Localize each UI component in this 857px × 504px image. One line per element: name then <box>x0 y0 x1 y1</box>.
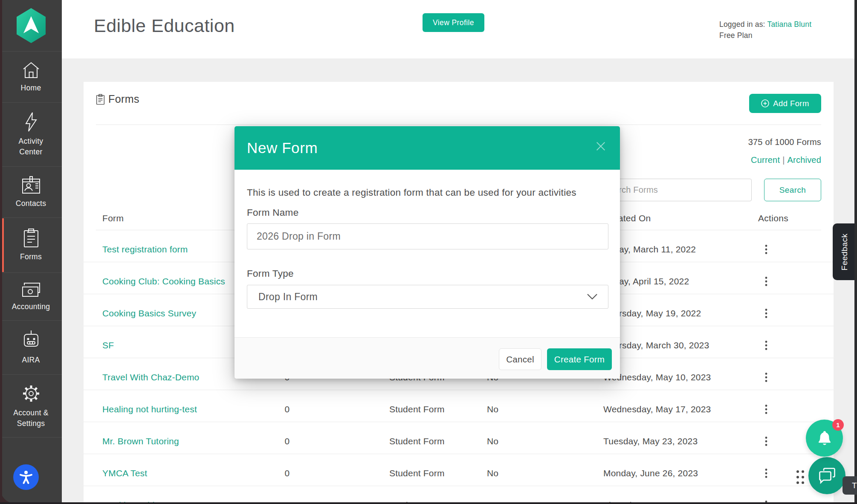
sidebar: Home Activity Center Contacts Forms <box>0 0 62 504</box>
forms-icon <box>23 228 39 248</box>
row-actions-button[interactable] <box>756 230 777 262</box>
filter-archived-link[interactable]: Archived <box>788 155 821 165</box>
plus-circle-icon <box>761 99 769 107</box>
form-type: Student Form <box>389 422 445 454</box>
sidebar-item-accounting[interactable]: Accounting <box>0 272 62 320</box>
column-header-form: Form <box>102 213 124 223</box>
logged-in-as-label: Logged in as: <box>719 20 767 29</box>
window-edge-right <box>854 0 857 504</box>
form-name-link[interactable]: YMCA Test <box>102 454 147 486</box>
chat-bubbles-icon <box>818 467 836 484</box>
kebab-menu-icon <box>765 468 767 478</box>
sidebar-item-label: Accounting <box>9 301 53 312</box>
form-type-select[interactable]: Drop In Form <box>247 285 608 309</box>
sidebar-item-account-settings[interactable]: Account & Settings <box>0 374 62 437</box>
row-actions-button[interactable] <box>756 262 777 294</box>
form-name-link[interactable]: Cooking Basics Survey <box>102 294 196 326</box>
row-actions-button[interactable] <box>756 358 777 390</box>
window-edge-left <box>0 0 2 504</box>
form-type: Student Form <box>389 390 445 422</box>
plan-label: Free Plan <box>719 30 811 41</box>
form-created-on: Wednesday, May 17, 2023 <box>603 390 711 422</box>
add-form-label: Add Form <box>773 99 809 108</box>
modal-title: New Form <box>247 139 318 156</box>
home-icon <box>22 61 41 79</box>
form-name-input[interactable] <box>247 223 608 249</box>
add-form-button[interactable]: Add Form <box>749 94 821 113</box>
form-submissions: 0 <box>267 422 307 454</box>
filter-current-link[interactable]: Current <box>751 155 780 165</box>
page-title: Edible Education <box>94 15 235 36</box>
window-edge-bottom <box>0 502 857 504</box>
row-actions-button[interactable] <box>756 486 777 504</box>
drag-handle-icon[interactable] <box>796 469 805 485</box>
cancel-button[interactable]: Cancel <box>499 348 541 370</box>
filter-separator: | <box>780 155 787 165</box>
row-actions-button[interactable] <box>756 294 777 326</box>
form-name-link[interactable]: Test registration form <box>102 230 188 262</box>
row-actions-button[interactable] <box>756 454 777 486</box>
view-profile-button[interactable]: View Profile <box>423 13 484 32</box>
sidebar-item-home[interactable]: Home <box>0 51 62 102</box>
form-archived: No <box>487 390 498 422</box>
row-actions-button[interactable] <box>756 422 777 454</box>
form-name-link[interactable]: Mr. Brown Tutoring <box>102 422 179 454</box>
accessibility-button[interactable] <box>13 464 39 490</box>
search-button[interactable]: Search <box>764 179 821 201</box>
sidebar-item-label: AIRA <box>19 355 42 365</box>
close-icon[interactable] <box>596 142 605 151</box>
login-info: Logged in as: Tatiana Blunt Free Plan <box>719 19 811 41</box>
top-header: Edible Education View Profile Logged in … <box>62 0 857 58</box>
filter-links: Current|Archived <box>751 155 821 165</box>
form-type-value: Drop In Form <box>258 291 318 303</box>
table-row: Mr. Brown Tutoring 0 Student Form No Tue… <box>84 422 834 454</box>
form-submissions: 0 <box>267 454 307 486</box>
form-name-link[interactable]: Cooking Club: Cooking Basics <box>102 262 225 294</box>
notification-badge: 1 <box>832 419 844 431</box>
form-type: Student Form <box>389 454 445 486</box>
form-name-label: Form Name <box>247 207 298 218</box>
form-created-on: Monday, June 26, 2023 <box>603 454 698 486</box>
kebab-menu-icon <box>765 276 767 287</box>
kebab-menu-icon <box>765 308 767 319</box>
form-name-link[interactable]: Travel With Chaz-Demo <box>102 358 199 390</box>
table-row: Healthy Habits Test 0 Student Form No Th… <box>84 486 834 504</box>
sidebar-item-activity-center[interactable]: Activity Center <box>0 102 62 166</box>
forms-quota: 375 of 1000 Forms <box>748 137 821 147</box>
feedback-tab[interactable]: Feedback <box>833 223 857 280</box>
form-name-link[interactable]: Healthy Habits Test <box>102 486 181 504</box>
accessibility-icon <box>18 469 34 485</box>
sidebar-item-contacts[interactable]: Contacts <box>0 166 62 217</box>
kebab-menu-icon <box>765 244 767 255</box>
sidebar-item-aira[interactable]: AIRA <box>0 320 62 374</box>
form-name-link[interactable]: Healing not hurting-test <box>102 390 197 422</box>
kebab-menu-icon <box>765 404 767 414</box>
accounting-icon <box>21 281 41 298</box>
logo-hexagon-arrow-icon <box>16 8 46 43</box>
modal-footer: Cancel Create Form <box>235 337 620 379</box>
sidebar-item-label: Contacts <box>13 198 49 209</box>
kebab-menu-icon <box>765 340 767 350</box>
row-actions-button[interactable] <box>756 326 777 358</box>
table-row: YMCA Test 0 Student Form No Monday, June… <box>84 454 834 486</box>
card-title: Forms <box>96 93 139 105</box>
divider <box>96 125 821 125</box>
chat-button[interactable] <box>808 457 845 494</box>
form-created-on: Tuesday, May 23, 2023 <box>603 422 698 454</box>
create-form-button[interactable]: Create Form <box>547 348 612 370</box>
app-logo[interactable] <box>0 0 62 51</box>
sidebar-divider <box>0 437 62 437</box>
user-name-link[interactable]: Tatiana Blunt <box>767 20 811 29</box>
notifications-button[interactable]: 1 <box>806 420 843 457</box>
clipboard-icon <box>96 94 105 105</box>
sidebar-item-label: Forms <box>17 252 44 262</box>
sidebar-item-label: Account & Settings <box>7 408 55 429</box>
form-name-link[interactable]: SF <box>102 326 114 358</box>
chevron-down-icon <box>587 293 598 300</box>
card-title-text: Forms <box>108 93 139 105</box>
chat-tooltip-partial: T <box>843 476 857 495</box>
sidebar-item-forms[interactable]: Forms <box>0 217 62 272</box>
form-submissions: 0 <box>267 390 307 422</box>
row-actions-button[interactable] <box>756 390 777 422</box>
form-type: Student Form <box>389 486 445 504</box>
